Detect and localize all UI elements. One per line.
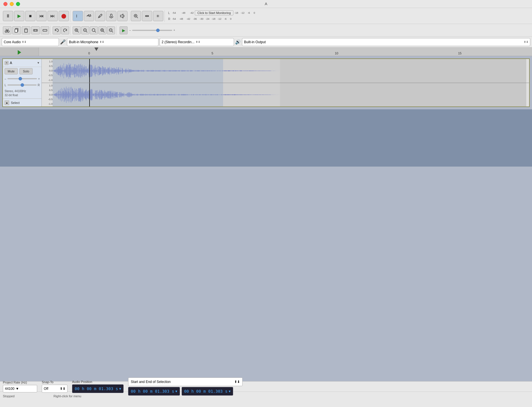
playback-area: ▶ – + [117,26,530,34]
stop-button[interactable]: ■ [25,11,35,21]
green-skip-btn[interactable] [0,48,39,56]
undo-button[interactable] [53,26,61,34]
redo-button[interactable] [61,26,69,34]
track-dropdown-arrow[interactable]: ▼ [37,61,40,64]
y-axis-left: 1.0 0.5 0.0 -0.5 -1.0 [42,59,53,83]
svg-rect-14 [15,29,17,32]
svg-point-28 [92,29,95,31]
trim-icon [33,28,38,33]
trim-button[interactable] [31,26,40,34]
input-device-select[interactable]: Built-in Microphone ⬆⬇ [67,38,158,46]
skip-start-button[interactable]: ⏮ [36,11,47,21]
output-device-select[interactable]: Built-in Output ⬆⬇ [242,38,530,46]
snap-to-select[interactable]: Off ⬆⬇ [42,385,68,393]
silence-icon [43,28,47,33]
svg-rect-20 [43,29,47,31]
svg-marker-3 [120,14,123,18]
track-info: Stereo, 44100Hz 32-bit float [3,88,41,98]
track-select-button[interactable]: Select [11,101,20,104]
gain-slider[interactable] [7,78,37,79]
project-rate-select[interactable]: 44100 ▼ [3,385,37,392]
speaker-device-icon[interactable]: 🔊 [235,39,241,45]
pan-r-label: R [38,84,40,87]
copy-button[interactable] [12,26,21,34]
svg-rect-1 [110,14,112,17]
draw-tool-button[interactable] [95,11,105,21]
silence-button[interactable] [41,26,49,34]
output-device-value: Built-in Output [244,40,266,44]
mic-icon[interactable]: 🎤 [60,39,66,45]
play-small-button[interactable]: ▶ [120,26,128,34]
cut-button[interactable] [3,26,11,34]
track-close-button[interactable]: ✕ [5,61,9,65]
speed-max-label: + [173,29,175,32]
project-rate-label: Project Rate (Hz) [3,381,37,384]
playhead-line-1 [89,59,90,83]
speed-slider-thumb[interactable] [156,29,160,32]
selection-mode-select[interactable]: Start and End of Selection ⬆⬇ [128,378,243,386]
audio-host-select[interactable]: Core Audio ⬆⬇ [2,38,59,46]
envelope-tool-button[interactable] [84,11,94,21]
waveform-canvas-1 [53,59,526,83]
play-button[interactable]: ▶ [14,11,24,21]
y-label2-0: 0.0 [42,93,53,96]
speed-slider-track[interactable] [132,30,172,31]
speaker-toolbar-button[interactable] [117,11,128,21]
zoom-selection-button[interactable] [98,26,106,34]
zoom-in-icon2 [74,28,79,33]
mute-button[interactable]: Mute [5,68,18,74]
minimize-button[interactable] [10,2,14,6]
device-toolbar: Core Audio ⬆⬇ 🎤 Built-in Microphone ⬆⬇ 2… [0,37,532,48]
y-label2-1: 1.0 [42,84,53,87]
svg-line-5 [137,17,138,18]
zoom-out-button[interactable] [81,26,89,34]
select-tool-button[interactable]: I [73,11,83,21]
left-channel-label: L [168,11,171,15]
pan-l-label: L [5,84,6,87]
selection-overlay-ch2 [53,83,223,107]
undo-icon [54,28,59,33]
audio-host-value: Core Audio [4,40,21,44]
ruler-mark-0: 0 [88,52,90,55]
zoom-in-button[interactable] [73,26,81,34]
track-gain-row: – + [3,76,41,82]
project-rate-group: Project Rate (Hz) 44100 ▼ [3,381,37,392]
multi-tool[interactable]: ✳ [153,11,163,21]
y-label-1n: -1.0 [42,79,53,82]
copy-icon [14,28,19,33]
zoom-group [72,26,116,35]
mic-toolbar-button[interactable] [106,11,116,21]
track-mute-solo: Mute Solo [3,67,41,76]
record-button[interactable]: ⬤ [59,11,69,21]
svg-text:✳: ✳ [156,14,160,18]
skip-end-button[interactable]: ⏭ [47,11,58,21]
left-meter-row: L -54-48-42 Click to Start Monitoring -1… [168,10,528,15]
maximize-button[interactable] [16,2,20,6]
playback-speed-slider: – + [129,29,175,32]
zoom-in-tool[interactable] [131,11,141,21]
gain-plus-label: + [38,77,40,80]
click-monitor-button[interactable]: Click to Start Monitoring [195,10,233,15]
gain-minus-label: – [5,77,6,80]
slide-icon [144,13,150,19]
meter-area: L -54-48-42 Click to Start Monitoring -1… [166,10,530,22]
status-bar: Project Rate (Hz) 44100 ▼ Snap-To Off ⬆⬇… [0,381,532,407]
solo-button[interactable]: Solo [19,68,33,74]
channels-select[interactable]: 2 (Stereo) Recordin... ⬆⬇ [160,38,234,46]
zoom-fit-button[interactable] [90,26,98,34]
selection-mode-value: Start and End of Selection [131,380,170,384]
gain-thumb[interactable] [19,77,22,80]
waveform-channel-1[interactable]: 1.0 0.5 0.0 -0.5 -1.0 [42,59,529,83]
waveform-canvas-2 [53,83,526,107]
pause-button[interactable]: ⏸ [3,11,13,21]
selection-overlay-ch1 [53,59,223,83]
close-button[interactable] [3,2,7,6]
pan-thumb[interactable] [21,83,24,87]
waveform-channel-2[interactable]: 1.0 0.5 0.0 -0.5 -1.0 [42,83,529,107]
slide-tool[interactable] [142,11,152,21]
pan-slider[interactable] [7,84,37,86]
track-collapse-button[interactable]: ▲ [5,100,9,105]
zoom-custom-button[interactable] [107,26,115,34]
paste-button[interactable] [22,26,30,34]
ruler-mark-10: 10 [335,52,338,55]
